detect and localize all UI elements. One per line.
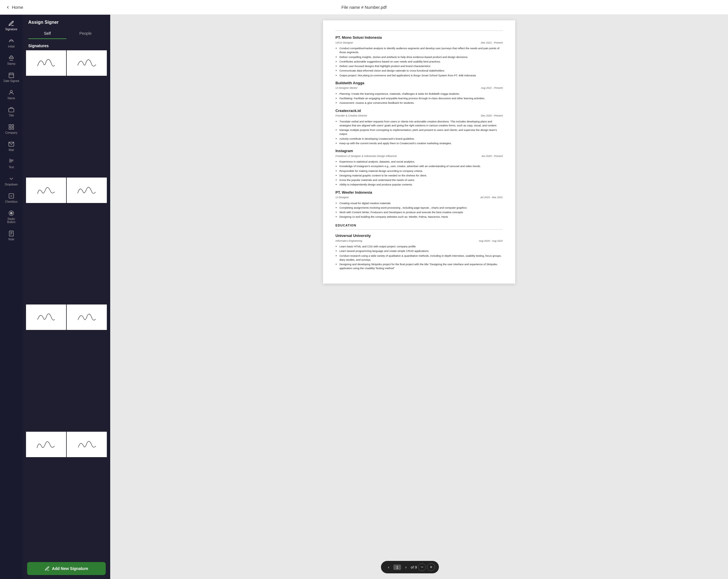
doc-top-divider bbox=[335, 30, 503, 31]
company-2-role-line: UI Designer Mentor Aug 2021 - Present bbox=[335, 86, 503, 90]
sidebar-item-text[interactable]: T Text bbox=[1, 155, 22, 172]
calendar-icon bbox=[8, 72, 15, 78]
add-sig-icon bbox=[45, 566, 50, 571]
education-section-title: EDUCATION bbox=[335, 223, 503, 228]
bullet-item: Ability to independently design and prod… bbox=[339, 183, 503, 186]
bullet-item: Deliver compelling insights, stories and… bbox=[339, 55, 503, 59]
bullet-item: Output project: MoLelang (e-commerce and… bbox=[339, 74, 503, 77]
signature-option-6[interactable] bbox=[67, 304, 107, 330]
sidebar-item-initial[interactable]: Initial bbox=[1, 35, 22, 51]
document-title: File name # Number.pdf bbox=[341, 5, 387, 9]
tab-people[interactable]: People bbox=[67, 28, 105, 39]
bullet-item: Conduct research using a wide variety of… bbox=[339, 254, 503, 262]
prev-page-button[interactable]: ‹ bbox=[385, 563, 392, 571]
sig-svg-2 bbox=[75, 55, 98, 72]
signatures-grid bbox=[23, 50, 110, 558]
sidebar-item-dropdown[interactable]: Dropdown bbox=[1, 173, 22, 189]
sig-svg-6 bbox=[75, 309, 98, 326]
checkbox-icon bbox=[8, 193, 15, 199]
company-3-dates: Dec 2020 - Present bbox=[481, 114, 503, 118]
company-5-role: UI Designer bbox=[335, 196, 349, 200]
person-icon bbox=[8, 89, 15, 96]
signature-option-2[interactable] bbox=[67, 50, 107, 76]
sig-svg-3 bbox=[35, 182, 57, 199]
text-icon: T bbox=[8, 158, 15, 165]
bullet-item: Communicate data-informed vision and des… bbox=[339, 69, 503, 73]
sig-svg-4 bbox=[75, 182, 98, 199]
sidebar-label-title: Title bbox=[9, 114, 14, 117]
zoom-out-button[interactable]: − bbox=[418, 563, 426, 571]
svg-rect-0 bbox=[9, 57, 14, 58]
sig-svg-7 bbox=[35, 436, 57, 453]
sidebar-item-radio[interactable]: Radio Button bbox=[1, 207, 22, 226]
company-2-dates: Aug 2021 - Present bbox=[481, 86, 503, 90]
company-2-name: Buildwith Angga bbox=[335, 80, 503, 86]
sidebar-item-note[interactable]: Note bbox=[1, 228, 22, 244]
svg-rect-10 bbox=[12, 127, 14, 129]
bullet-item: Keep up with the current trends and appl… bbox=[339, 141, 503, 145]
bullet-item: Responsible for making material design a… bbox=[339, 169, 503, 173]
zoom-in-button[interactable]: + bbox=[427, 563, 435, 571]
svg-rect-7 bbox=[9, 125, 11, 126]
sidebar-item-stamp[interactable]: Stamp bbox=[1, 52, 22, 68]
signature-option-5[interactable] bbox=[26, 304, 66, 330]
sidebar-item-name[interactable]: Name bbox=[1, 86, 22, 103]
panel-tabs: Self People bbox=[28, 28, 105, 39]
signature-option-4[interactable] bbox=[67, 178, 107, 203]
sidebar-item-company[interactable]: Company bbox=[1, 121, 22, 137]
sig-svg-8 bbox=[75, 436, 98, 453]
next-page-button[interactable]: › bbox=[402, 563, 410, 571]
education-divider bbox=[335, 229, 503, 230]
main-layout: Signature Initial Stamp Date Signed Name… bbox=[0, 15, 728, 579]
bullet-item: Manage multiple projects from concepting… bbox=[339, 128, 503, 136]
bullet-item: Planning: Create the learning experience… bbox=[339, 92, 503, 96]
company-4-bullets: Experience in statistical analysis, data… bbox=[335, 160, 503, 187]
bullet-item: Work with Content Writer, Producers and … bbox=[339, 210, 503, 214]
sidebar-label-company: Company bbox=[5, 131, 18, 134]
bullet-item: Experience in statistical analysis, data… bbox=[339, 160, 503, 164]
back-icon bbox=[6, 5, 10, 9]
svg-rect-8 bbox=[12, 125, 14, 126]
edu-1-dates: Aug 2018 - Aug 2022 bbox=[479, 239, 503, 243]
edu-1-bullets: Learn basic HTML and CSS with output pro… bbox=[335, 245, 503, 271]
bullet-item: Learn basic HTML and CSS with output pro… bbox=[339, 245, 503, 249]
edu-1-name: Universal University bbox=[335, 233, 503, 238]
signature-option-3[interactable] bbox=[26, 178, 66, 203]
company-2-role: UI Designer Mentor bbox=[335, 86, 358, 90]
bullet-item: Designing UI and building the company we… bbox=[339, 215, 503, 219]
radio-icon bbox=[8, 210, 15, 216]
svg-rect-6 bbox=[9, 108, 14, 112]
bullet-item: Designing material graphic content to be… bbox=[339, 174, 503, 178]
sig-svg-1 bbox=[35, 55, 57, 72]
company-1-dates: Dec 2021 - Present bbox=[481, 41, 503, 45]
sidebar-label-dropdown: Dropdown bbox=[5, 183, 18, 186]
company-5-bullets: Creating visual for digital creative mat… bbox=[335, 201, 503, 219]
company-1-name: PT. Mono Solusi Indonesia bbox=[335, 35, 503, 41]
total-pages: 9 bbox=[415, 565, 417, 570]
add-sig-label: Add New Signature bbox=[52, 566, 88, 571]
sidebar-label-signature: Signature bbox=[5, 28, 18, 31]
company-icon bbox=[8, 124, 15, 130]
add-signature-button[interactable]: Add New Signature bbox=[27, 562, 106, 575]
note-icon bbox=[8, 230, 15, 236]
svg-rect-9 bbox=[9, 127, 11, 129]
sidebar-item-signature[interactable]: Signature bbox=[1, 18, 22, 34]
sidebar-item-date-signed[interactable]: Date Signed bbox=[1, 69, 22, 85]
signatures-section-label: Signatures bbox=[23, 39, 110, 50]
company-3-bullets: Translate verbal and written requests fr… bbox=[335, 120, 503, 146]
signature-option-1[interactable] bbox=[26, 50, 66, 76]
of-label: of bbox=[411, 565, 414, 570]
company-3-role-line: Founder & Creative Director Dec 2020 - P… bbox=[335, 114, 503, 118]
company-5-role-line: UI Designer Jul 2019 - Mar 2021 bbox=[335, 196, 503, 200]
signature-option-7[interactable] bbox=[26, 432, 66, 457]
topbar: Home File name # Number.pdf bbox=[0, 0, 728, 15]
bullet-item: Learn laravel programming language and c… bbox=[339, 249, 503, 253]
home-button[interactable]: Home bbox=[6, 5, 23, 9]
sidebar-label-text: Text bbox=[9, 166, 14, 169]
tab-self[interactable]: Self bbox=[28, 28, 67, 39]
sidebar-item-checkbox[interactable]: Checkbox bbox=[1, 190, 22, 206]
signature-option-8[interactable] bbox=[67, 432, 107, 457]
sidebar-item-title[interactable]: Title bbox=[1, 104, 22, 120]
sidebar-item-mail[interactable]: Mail bbox=[1, 138, 22, 154]
svg-text:T: T bbox=[9, 158, 11, 160]
